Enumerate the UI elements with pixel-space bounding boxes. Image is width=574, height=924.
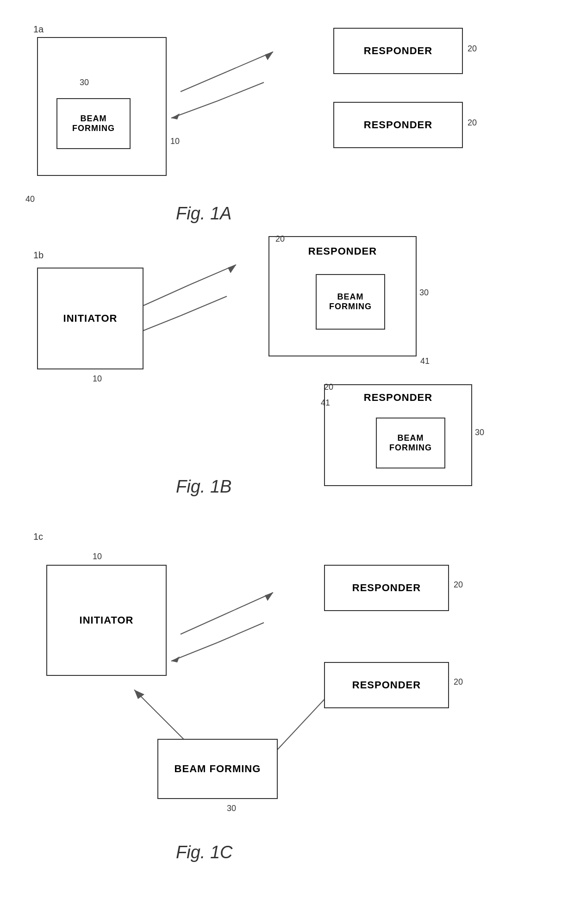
fig1a-beamforming-label: BEAMFORMING xyxy=(72,114,115,133)
svg-marker-2 xyxy=(265,52,273,60)
fig1c-resp1-ref: 20 xyxy=(454,580,463,590)
fig1c-ref-label: 1c xyxy=(33,531,43,542)
fig1c-beamforming-label: BEAM FORMING xyxy=(175,763,261,775)
fig1a-bf-ref: 30 xyxy=(80,78,89,87)
fig1b-responder2-label: RESPONDER xyxy=(325,392,471,404)
fig1a-initiator-box: INITIATOR BEAMFORMING xyxy=(37,37,167,176)
fig1b-resp1-ref: 20 xyxy=(275,234,285,244)
fig1b-responder1-box: RESPONDER BEAMFORMING xyxy=(268,236,417,356)
svg-line-4 xyxy=(171,101,218,118)
fig1c-resp2-ref: 20 xyxy=(454,677,463,687)
fig1b-init-ref: 10 xyxy=(93,374,102,384)
fig1b-ref41a: 41 xyxy=(420,356,430,366)
svg-line-16 xyxy=(171,643,218,661)
svg-line-20 xyxy=(268,690,333,759)
fig1b-beamforming2-box: BEAMFORMING xyxy=(376,418,445,468)
fig1a-responder1-box: RESPONDER xyxy=(333,28,463,74)
fig1b-responder1-label: RESPONDER xyxy=(269,245,416,257)
fig1a-responder1-label: RESPONDER xyxy=(364,45,432,57)
svg-marker-14 xyxy=(265,593,273,601)
fig1a-resp1-ref: 20 xyxy=(468,44,477,54)
svg-line-12 xyxy=(181,613,227,634)
fig1c-responder1-label: RESPONDER xyxy=(352,582,421,594)
fig1a-ref-label: 1a xyxy=(33,24,44,35)
svg-line-13 xyxy=(227,593,273,613)
fig1c-responder2-label: RESPONDER xyxy=(352,679,421,691)
svg-line-3 xyxy=(218,82,264,101)
fig1b-initiator-label: INITIATOR xyxy=(63,312,118,325)
fig1c-init-ref-top: 10 xyxy=(93,552,102,562)
fig1c-responder2-box: RESPONDER xyxy=(324,662,449,708)
fig1c-figure-label: Fig. 1C xyxy=(176,843,232,862)
svg-line-7 xyxy=(190,265,236,285)
fig1a-outer-ref: 40 xyxy=(25,194,35,204)
fig1a-figure-label: Fig. 1A xyxy=(176,204,231,224)
fig1b-bf2-ref: 30 xyxy=(475,428,484,437)
svg-marker-19 xyxy=(134,690,144,699)
svg-marker-8 xyxy=(228,265,236,273)
fig1b-resp2-ref: 20 xyxy=(324,382,333,392)
fig1b-bf1-ref: 30 xyxy=(419,288,429,298)
fig1a-init-ref: 10 xyxy=(170,137,180,146)
fig1c-responder1-box: RESPONDER xyxy=(324,565,449,611)
fig1b-beamforming2-label: BEAMFORMING xyxy=(389,433,432,453)
fig1a-responder2-box: RESPONDER xyxy=(333,102,463,148)
fig1c-initiator-label: INITIATOR xyxy=(80,614,134,626)
fig1a-resp2-ref: 20 xyxy=(468,118,477,128)
fig1c-bf-ref: 30 xyxy=(227,804,236,813)
fig1b-ref-label: 1b xyxy=(33,250,44,261)
diagram-container: 1a 40 INITIATOR BEAMFORMING 30 10 RESPON… xyxy=(0,0,574,924)
fig1a-beamforming-box: BEAMFORMING xyxy=(56,98,131,149)
svg-line-9 xyxy=(181,296,227,316)
fig1b-initiator-box: INITIATOR xyxy=(37,268,144,369)
fig1b-beamforming1-box: BEAMFORMING xyxy=(316,274,385,330)
fig1a-responder2-label: RESPONDER xyxy=(364,119,432,131)
svg-line-15 xyxy=(218,623,264,643)
svg-line-1 xyxy=(227,52,273,72)
svg-marker-17 xyxy=(171,656,180,662)
fig1b-figure-label: Fig. 1B xyxy=(176,477,231,497)
svg-line-6 xyxy=(144,285,190,306)
fig1b-beamforming1-label: BEAMFORMING xyxy=(329,292,372,312)
fig1b-ref41b: 41 xyxy=(321,398,330,408)
svg-marker-5 xyxy=(171,113,180,119)
fig1c-beamforming-box: BEAM FORMING xyxy=(157,739,278,799)
svg-line-0 xyxy=(181,72,227,92)
fig1c-initiator-box: INITIATOR xyxy=(46,565,167,676)
fig1b-responder2-box: RESPONDER BEAMFORMING xyxy=(324,384,472,486)
